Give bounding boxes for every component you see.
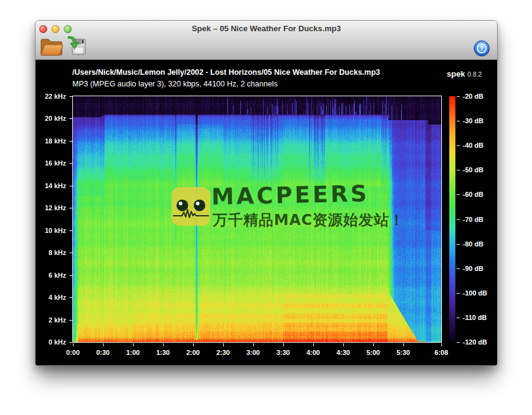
- frequency-tick: [69, 141, 72, 142]
- frequency-axis-label: 16 kHz: [37, 159, 66, 167]
- file-path-label: /Users/Nick/Music/Lemon Jelly/2002 - Los…: [72, 68, 380, 77]
- time-axis-label: 3:00: [241, 349, 265, 356]
- db-scale-label: -50 dB: [463, 166, 484, 173]
- time-axis-label: 0:00: [61, 349, 85, 356]
- time-tick: [103, 343, 104, 346]
- time-tick: [403, 343, 404, 346]
- db-scale-tick: [457, 170, 460, 170]
- time-tick: [223, 343, 224, 346]
- frequency-tick: [69, 253, 72, 253]
- help-button[interactable]: ?: [474, 40, 490, 56]
- save-disk-icon: [66, 35, 88, 56]
- db-scale-label: -40 dB: [463, 142, 484, 149]
- app-version: 0.8.2: [468, 70, 482, 78]
- frequency-axis-label: 6 kHz: [37, 272, 66, 279]
- frequency-axis-label: 10 kHz: [37, 227, 66, 234]
- db-scale-label: -120 dB: [463, 338, 487, 346]
- frequency-axis-label: 22 kHz: [37, 93, 66, 100]
- window-title: Spek – 05 Nice Weather For Ducks.mp3: [36, 24, 497, 33]
- time-axis-label: 1:00: [121, 349, 145, 356]
- db-color-scale: [449, 96, 455, 342]
- frequency-axis-label: 12 kHz: [37, 204, 66, 211]
- time-axis-label: 4:00: [301, 349, 325, 356]
- frequency-tick: [69, 342, 72, 343]
- frequency-axis-label: 14 kHz: [37, 182, 66, 189]
- db-scale-tick: [457, 318, 460, 318]
- frequency-tick: [69, 163, 72, 164]
- time-tick: [163, 343, 164, 346]
- time-axis-label: 4:30: [331, 349, 355, 356]
- db-scale-label: -70 dB: [463, 216, 484, 223]
- frequency-tick: [69, 186, 72, 186]
- time-tick: [441, 343, 442, 346]
- frequency-axis-label: 8 kHz: [37, 249, 66, 256]
- db-scale-label: -20 dB: [463, 93, 484, 100]
- time-tick: [73, 343, 74, 346]
- frequency-tick: [69, 230, 72, 231]
- frequency-axis-label: 20 kHz: [37, 115, 66, 122]
- time-tick: [343, 343, 344, 346]
- folder-icon: [40, 36, 63, 56]
- time-tick: [373, 343, 374, 346]
- time-axis-label: 3:30: [271, 349, 295, 356]
- frequency-axis-label: 4 kHz: [37, 294, 66, 301]
- spectrogram-panel: /Users/Nick/Music/Lemon Jelly/2002 - Los…: [36, 60, 497, 365]
- open-file-button[interactable]: [40, 36, 63, 56]
- frequency-tick: [69, 96, 72, 97]
- db-scale-label: -80 dB: [463, 240, 484, 248]
- db-scale-label: -30 dB: [463, 117, 484, 124]
- frequency-axis-label: 2 kHz: [37, 316, 66, 324]
- time-tick: [313, 343, 314, 346]
- screenshot: Spek – 05 Nice Weather For Ducks.mp3: [0, 0, 532, 415]
- db-scale-tick: [457, 121, 460, 121]
- format-info-label: MP3 (MPEG audio layer 3), 320 kbps, 4410…: [72, 80, 278, 88]
- frequency-axis-label: 0 kHz: [37, 338, 66, 346]
- db-scale-tick: [457, 268, 460, 269]
- time-tick: [283, 343, 284, 346]
- db-scale-tick: [457, 293, 460, 294]
- db-scale-tick: [457, 342, 460, 343]
- db-scale-tick: [457, 145, 460, 146]
- db-scale-label: -100 dB: [463, 289, 487, 297]
- app-version-label: spek0.8.2: [447, 68, 482, 79]
- spectrogram-canvas: [73, 96, 441, 342]
- time-tick: [193, 343, 194, 346]
- frequency-tick: [69, 297, 72, 298]
- save-image-button[interactable]: [66, 35, 88, 56]
- spek-window: Spek – 05 Nice Weather For Ducks.mp3: [35, 20, 498, 366]
- time-axis-label: 1:30: [151, 349, 175, 356]
- db-scale-label: -110 dB: [463, 314, 487, 321]
- spectrogram-plot: [72, 96, 442, 343]
- frequency-tick: [69, 208, 72, 208]
- frequency-tick: [69, 118, 72, 119]
- time-tick: [133, 343, 134, 346]
- db-scale-tick: [457, 244, 460, 245]
- frequency-tick: [69, 320, 72, 321]
- db-scale-label: -90 dB: [463, 265, 484, 272]
- app-name: spek: [447, 69, 465, 78]
- question-mark-icon: ?: [477, 44, 487, 53]
- db-scale-tick: [457, 219, 460, 220]
- time-axis-label: 6:08: [429, 349, 454, 356]
- frequency-tick: [69, 275, 72, 276]
- db-scale-tick: [457, 194, 460, 195]
- time-axis-label: 2:30: [211, 349, 235, 356]
- time-axis-label: 5:00: [361, 349, 386, 356]
- db-scale-label: -60 dB: [463, 191, 484, 198]
- time-axis-label: 0:30: [91, 349, 115, 356]
- time-axis-label: 2:00: [181, 349, 205, 356]
- time-axis-label: 5:30: [391, 349, 416, 356]
- time-tick: [253, 343, 254, 346]
- frequency-axis-label: 18 kHz: [37, 137, 66, 145]
- db-scale-tick: [457, 96, 460, 97]
- window-header: Spek – 05 Nice Weather For Ducks.mp3: [36, 21, 497, 60]
